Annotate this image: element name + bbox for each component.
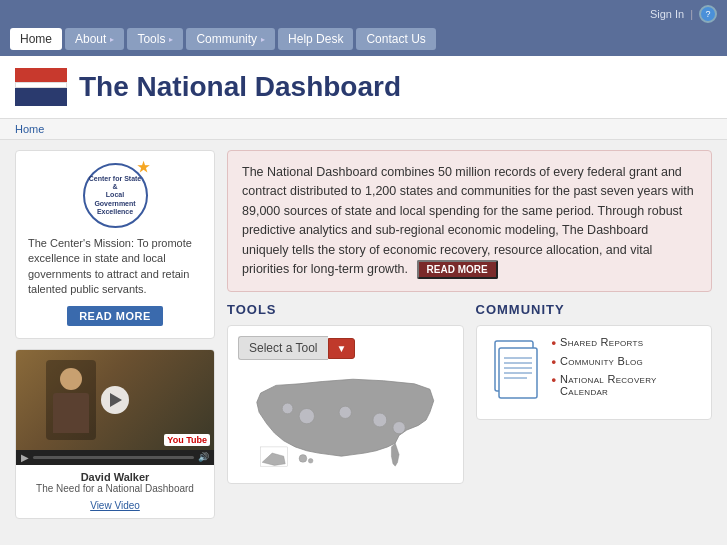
video-play-button[interactable]: [101, 386, 129, 414]
csgl-circle: ★ Center for State & Local Government Ex…: [83, 163, 148, 228]
nav-item-contact[interactable]: Contact Us: [356, 28, 435, 50]
tools-section-title: TOOLS: [227, 302, 464, 317]
csgl-mission: The Center's Mission: To promote excelle…: [28, 236, 202, 298]
left-column: ★ Center for State & Local Government Ex…: [15, 150, 215, 519]
svg-point-7: [308, 459, 313, 464]
signin-link[interactable]: Sign In: [650, 8, 684, 20]
description-box: The National Dashboard combines 50 milli…: [227, 150, 712, 292]
community-list: Shared Reports Community Blog National R…: [552, 336, 702, 401]
chevron-down-icon: ▸: [261, 35, 265, 44]
community-section: COMMUNITY: [476, 302, 713, 484]
top-bar: Sign In | ?: [0, 0, 727, 28]
main-nav: Home About ▸ Tools ▸ Community ▸ Help De…: [0, 28, 727, 56]
video-controls: ▶ 🔊: [16, 450, 214, 465]
video-volume-icon[interactable]: 🔊: [198, 452, 209, 462]
community-item-label: Community Blog: [560, 355, 643, 367]
play-icon: [110, 393, 122, 407]
breadcrumb-home[interactable]: Home: [15, 123, 44, 135]
video-progress-bar[interactable]: [33, 456, 194, 459]
select-tool-control: Select a Tool ▼: [238, 336, 453, 360]
csgl-line1: Center for State &: [89, 175, 142, 192]
csgl-card: ★ Center for State & Local Government Ex…: [15, 150, 215, 339]
chevron-down-icon: ▸: [110, 35, 114, 44]
site-logo: [15, 68, 67, 106]
description-read-more-button[interactable]: READ MORE: [417, 260, 498, 279]
community-list-item: Community Blog: [552, 355, 702, 369]
community-list-item: Shared Reports: [552, 336, 702, 350]
video-subtitle: The Need for a National Dashboard: [24, 483, 206, 494]
community-card: Shared Reports Community Blog National R…: [476, 325, 713, 420]
nav-item-about[interactable]: About ▸: [65, 28, 124, 50]
star-icon: ★: [137, 159, 150, 176]
nav-item-community[interactable]: Community ▸: [186, 28, 275, 50]
main-content: ★ Center for State & Local Government Ex…: [0, 140, 727, 529]
video-info: David Walker The Need for a National Das…: [16, 465, 214, 518]
csgl-line3: Excellence: [97, 208, 133, 216]
tools-card: Select a Tool ▼: [227, 325, 464, 484]
site-header: The National Dashboard: [0, 56, 727, 119]
community-item-label: National Recovery Calendar: [560, 373, 701, 397]
svg-point-3: [282, 403, 293, 414]
breadcrumb: Home: [0, 119, 727, 140]
page-title: The National Dashboard: [79, 71, 401, 103]
video-person-name: David Walker: [24, 471, 206, 483]
usa-map: [238, 370, 453, 470]
chevron-down-icon: ▸: [169, 35, 173, 44]
youtube-badge: You Tube: [164, 434, 210, 446]
video-card: You Tube ▶ 🔊 David Walker The Need for a…: [15, 349, 215, 519]
community-list-item: National Recovery Calendar: [552, 373, 702, 397]
tools-community-row: TOOLS Select a Tool ▼: [227, 302, 712, 484]
tools-section: TOOLS Select a Tool ▼: [227, 302, 464, 484]
select-tool-dropdown-button[interactable]: ▼: [328, 338, 356, 359]
svg-point-1: [339, 406, 351, 418]
top-bar-links: Sign In | ?: [650, 5, 717, 23]
info-icon[interactable]: ?: [699, 5, 717, 23]
csgl-line2: Local Government: [89, 191, 142, 208]
community-item-label: Shared Reports: [560, 336, 643, 348]
video-play-control[interactable]: ▶: [21, 452, 29, 463]
nav-item-tools[interactable]: Tools ▸: [127, 28, 183, 50]
nav-item-home[interactable]: Home: [10, 28, 62, 50]
video-thumbnail: You Tube: [16, 350, 214, 450]
svg-point-6: [299, 455, 307, 463]
svg-point-4: [393, 422, 405, 434]
select-tool-label: Select a Tool: [238, 336, 328, 360]
top-bar-divider: |: [690, 8, 693, 20]
document-stack-icon: [487, 336, 542, 409]
nav-item-helpdesk[interactable]: Help Desk: [278, 28, 353, 50]
svg-point-0: [299, 409, 314, 424]
view-video-link[interactable]: View Video: [90, 500, 140, 511]
community-section-title: COMMUNITY: [476, 302, 713, 317]
csgl-logo: ★ Center for State & Local Government Ex…: [28, 163, 202, 228]
csgl-read-more-button[interactable]: READ MORE: [67, 306, 163, 326]
svg-point-2: [373, 413, 387, 427]
right-column: The National Dashboard combines 50 milli…: [227, 150, 712, 519]
